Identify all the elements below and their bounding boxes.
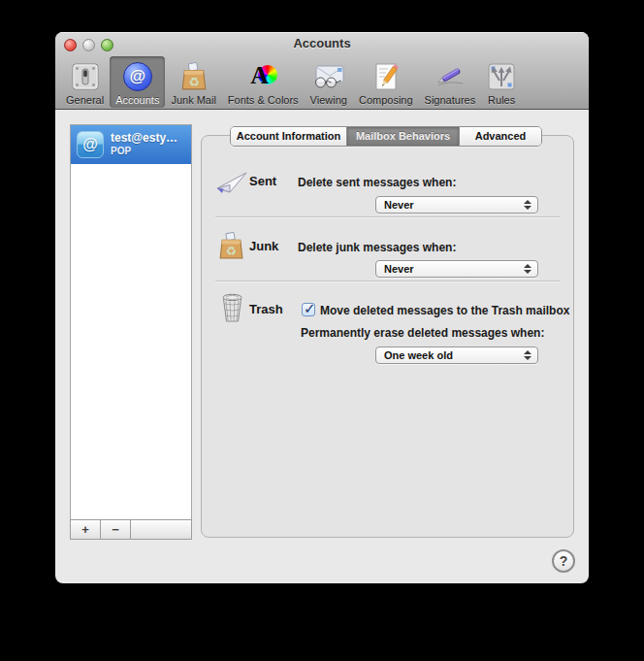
junk-prompt: Delete junk messages when: xyxy=(298,241,456,254)
account-list-controls: + − xyxy=(70,519,192,540)
toolbar-item-viewing[interactable]: Viewing xyxy=(305,56,353,108)
toolbar-item-label: Composing xyxy=(359,94,413,106)
account-name: test@esty… xyxy=(111,132,177,146)
tab-advanced[interactable]: Advanced xyxy=(460,127,541,146)
tab-account-information[interactable]: Account Information xyxy=(231,127,347,146)
move-to-trash-checkbox[interactable]: ✓ xyxy=(302,303,315,316)
accounts-list: @ test@esty… POP xyxy=(70,124,192,519)
help-button[interactable]: ? xyxy=(552,549,575,573)
popup-value: Never xyxy=(384,263,414,275)
popup-stepper-icon xyxy=(523,263,531,275)
move-to-trash-label: Move deleted messages to the Trash mailb… xyxy=(320,304,569,317)
account-list-item[interactable]: @ test@esty… POP xyxy=(71,125,191,164)
account-type: POP xyxy=(111,146,177,157)
fonts-colors-icon: A xyxy=(248,61,277,92)
popup-stepper-icon xyxy=(523,349,531,361)
trash-erase-when-popup[interactable]: One week old xyxy=(375,347,538,364)
toolbar-item-label: Accounts xyxy=(115,94,159,106)
accounts-preferences-window: Accounts General @ xyxy=(55,32,589,583)
separator xyxy=(215,216,561,218)
pop-account-icon: @ xyxy=(77,131,104,158)
toolbar-item-signatures[interactable]: Signatures xyxy=(419,56,482,108)
junk-mail-icon: ♻ xyxy=(179,61,209,92)
junk-label: Junk xyxy=(249,239,278,253)
popup-value: One week old xyxy=(384,349,453,361)
tab-mailbox-behaviors[interactable]: Mailbox Behaviors xyxy=(347,127,460,146)
general-icon xyxy=(71,61,100,92)
toolbar-item-rules[interactable]: Rules xyxy=(481,56,522,108)
toolbar-item-label: Signatures xyxy=(425,94,476,106)
svg-text:♻: ♻ xyxy=(226,245,237,258)
toolbar-item-composing[interactable]: Composing xyxy=(353,56,419,108)
composing-icon xyxy=(372,61,400,92)
junk-bag-icon: ♻ xyxy=(217,232,245,264)
sent-prompt: Delete sent messages when: xyxy=(298,176,456,189)
preferences-toolbar: General @ Accounts ♻ Junk Mail xyxy=(60,54,584,108)
trash-prompt: Permanently erase deleted messages when: xyxy=(301,326,544,340)
trash-basket-icon xyxy=(220,293,244,327)
toolbar-item-fonts-colors[interactable]: A Fonts & Colors xyxy=(222,56,305,108)
sent-delete-when-popup[interactable]: Never xyxy=(375,196,538,214)
sent-paper-airplane-icon xyxy=(214,169,249,200)
sent-label: Sent xyxy=(249,174,276,188)
toolbar-item-general[interactable]: General xyxy=(60,56,110,108)
control-bar-filler xyxy=(131,520,191,539)
accounts-icon: @ xyxy=(123,61,152,92)
junk-delete-when-popup[interactable]: Never xyxy=(375,260,538,278)
account-tabs: Account Information Mailbox Behaviors Ad… xyxy=(230,126,542,147)
window-title: Accounts xyxy=(55,36,589,50)
remove-account-button[interactable]: − xyxy=(101,520,131,539)
toolbar-item-label: Viewing xyxy=(310,94,347,106)
toolbar-item-label: Junk Mail xyxy=(171,94,215,106)
signatures-icon xyxy=(434,61,467,92)
window-header: Accounts General @ xyxy=(55,32,589,110)
svg-text:♻: ♻ xyxy=(188,75,200,89)
popup-value: Never xyxy=(384,199,414,211)
toolbar-item-accounts[interactable]: @ Accounts xyxy=(110,56,165,108)
toolbar-item-junk-mail[interactable]: ♻ Junk Mail xyxy=(165,56,221,108)
viewing-icon xyxy=(312,61,345,92)
toolbar-item-label: General xyxy=(66,94,104,106)
popup-stepper-icon xyxy=(523,199,531,211)
toolbar-item-label: Fonts & Colors xyxy=(228,94,299,106)
trash-label: Trash xyxy=(249,302,283,316)
add-account-button[interactable]: + xyxy=(71,520,101,539)
toolbar-item-label: Rules xyxy=(488,94,515,106)
checkmark-icon: ✓ xyxy=(304,300,316,317)
rules-icon xyxy=(487,61,516,92)
separator xyxy=(215,281,561,282)
